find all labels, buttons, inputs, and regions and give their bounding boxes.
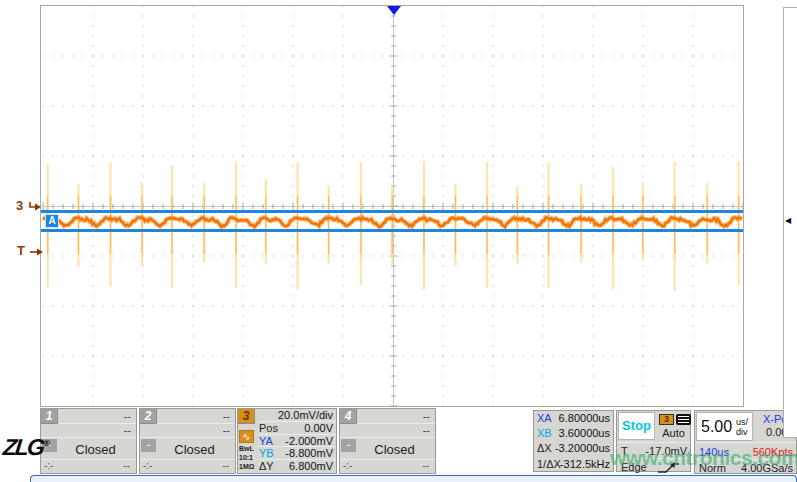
ch3-marker-arrow-icon bbox=[27, 201, 42, 212]
channel3-yb-label: YB bbox=[259, 447, 274, 459]
cursor-dx-value: -3.20000us bbox=[555, 442, 610, 454]
zoom-window-band[interactable] bbox=[41, 210, 743, 232]
x-cursor-readout-box: XA 6.80000us XB 3.60000us ΔX -3.20000us … bbox=[533, 410, 614, 472]
zlg-logo: ZLG® bbox=[2, 434, 51, 461]
ch3-marker-label: 3 bbox=[16, 198, 23, 213]
run-stop-button[interactable]: Stop bbox=[618, 412, 655, 440]
cursor-xa-label: XA bbox=[537, 412, 552, 424]
channel3-pos-label: Pos bbox=[259, 422, 278, 434]
zoom-window-label: A bbox=[45, 214, 59, 228]
bottom-panel-edge bbox=[30, 475, 797, 482]
trigger-position-marker[interactable] bbox=[387, 6, 401, 15]
channel1-bottom-left: -:- bbox=[44, 460, 53, 471]
cursor-invdx-label: 1/ΔX bbox=[537, 458, 561, 470]
trigger-level-marker[interactable]: T bbox=[17, 243, 44, 258]
timebase-unit-2: div bbox=[736, 427, 748, 437]
cursor-xb-value: 3.60000us bbox=[559, 427, 610, 439]
panel-collapse-icon[interactable]: ◀ bbox=[785, 216, 791, 225]
watermark-text: www.cntronics.com bbox=[610, 446, 797, 470]
display-mode-icon[interactable] bbox=[676, 414, 691, 425]
channel3-ya-label: YA bbox=[259, 435, 273, 447]
cursor-invdx-value: -312.5kHz bbox=[560, 458, 610, 470]
timebase-scale-value: 5.00 bbox=[701, 418, 732, 436]
channel3-scale: 20.0mV/div bbox=[278, 409, 333, 421]
channel4-state: Closed bbox=[354, 442, 435, 457]
channel2-bottom-right: -- bbox=[222, 460, 229, 471]
trigger-source-badge[interactable]: 3 bbox=[659, 414, 674, 425]
channel4-box[interactable]: 4 -- -- - Closed -:- -- bbox=[339, 408, 436, 474]
channel2-value2: -- bbox=[223, 424, 230, 436]
channel2-box[interactable]: 2 -- -- - Closed -:- -- bbox=[139, 408, 236, 474]
channel3-dy-label: ΔY bbox=[259, 460, 274, 472]
trigger-sweep-mode[interactable]: Auto bbox=[656, 427, 691, 439]
channel1-value1: -- bbox=[124, 410, 131, 422]
channel2-number-badge[interactable]: 2 bbox=[140, 409, 157, 424]
channel4-value2: -- bbox=[423, 424, 430, 436]
channel3-ya-value: -2.000mV bbox=[285, 435, 333, 447]
timebase-unit-1: us/ bbox=[736, 417, 748, 427]
ch3-level-marker[interactable]: 3 bbox=[16, 198, 42, 213]
channel3-dy-value: 6.800mV bbox=[289, 460, 333, 472]
channel4-value1: -- bbox=[423, 410, 430, 422]
channel4-number-badge[interactable]: 4 bbox=[340, 409, 357, 424]
channel3-impedance-label: 1MΩ bbox=[239, 463, 254, 471]
ch3-waveform-trace bbox=[41, 6, 743, 406]
channel4-bottom-left: -:- bbox=[343, 460, 352, 471]
trigger-marker-arrow-icon bbox=[29, 246, 44, 257]
trigger-marker-label: T bbox=[17, 243, 25, 258]
cursor-xa-value: 6.80000us bbox=[559, 412, 610, 424]
channel3-coupling-icon[interactable]: ∿ bbox=[239, 430, 254, 443]
cursor-xb-label: XB bbox=[537, 427, 552, 439]
channel2-state: Closed bbox=[154, 442, 235, 457]
channel4-bottom-right: -- bbox=[422, 460, 429, 471]
channel1-value2: -- bbox=[124, 424, 131, 436]
channel3-number-badge[interactable]: 3 bbox=[238, 409, 255, 424]
channel2-value1: -- bbox=[223, 410, 230, 422]
channel3-box[interactable]: 3 ∿ BwL 10:1 1MΩ 20.0mV/div Pos 0.00V YA… bbox=[237, 408, 337, 474]
channel1-number-badge[interactable]: 1 bbox=[41, 409, 58, 424]
channel3-bwl-label: BwL bbox=[239, 445, 254, 453]
channel1-box[interactable]: 1 -- -- - Closed -:- -- bbox=[40, 408, 137, 474]
channel3-probe-label: 10:1 bbox=[239, 454, 253, 462]
registered-mark: ® bbox=[43, 438, 51, 448]
cursor-dx-label: ΔX bbox=[537, 442, 552, 454]
channel3-yb-value: -8.800mV bbox=[285, 447, 333, 459]
channel1-state: Closed bbox=[55, 442, 136, 457]
channel2-bottom-left: -:- bbox=[143, 460, 152, 471]
channel1-bottom-right: -- bbox=[123, 460, 130, 471]
display-area[interactable]: A bbox=[40, 5, 744, 407]
channel3-pos-value: 0.00V bbox=[304, 422, 333, 434]
timebase-scale-button[interactable]: 5.00 us/ div bbox=[696, 412, 753, 441]
